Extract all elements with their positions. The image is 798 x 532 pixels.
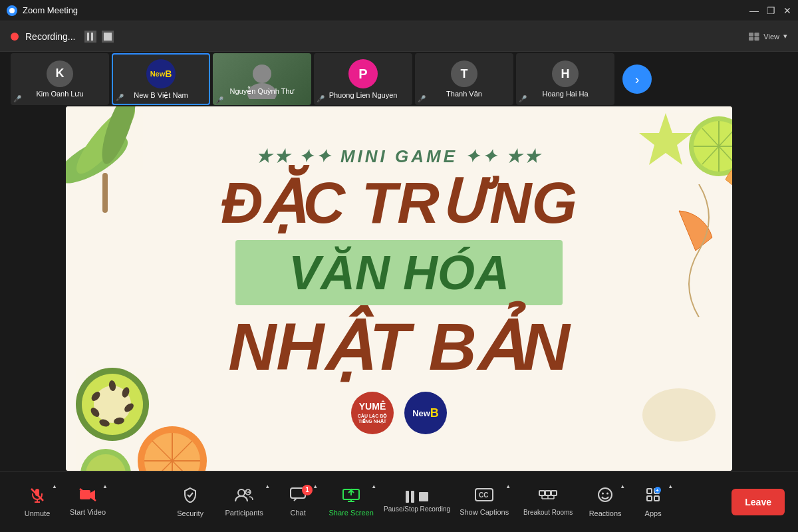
avatar: T (451, 61, 477, 87)
maximize-button[interactable]: ❐ (767, 5, 775, 16)
recording-text: Recording... (25, 31, 75, 42)
reactions-label: Reactions (589, 509, 622, 517)
apps-label: Apps (645, 509, 662, 517)
svg-rect-7 (755, 37, 759, 41)
chat-caret[interactable]: ▲ (313, 483, 318, 489)
minimize-button[interactable]: — (749, 5, 759, 16)
svg-rect-6 (749, 37, 753, 41)
svg-rect-1 (87, 33, 89, 41)
slide-text-content: ✦✦ MINI GAME ✦✦ ĐẶC TRƯNG VĂN HÓA NHẬT B… (66, 106, 732, 471)
mini-game-label: ✦✦ MINI GAME ✦✦ (249, 146, 549, 167)
toolbar-left: ▲ Unmute ▲ Sta (13, 478, 112, 526)
share-screen-icon (342, 487, 360, 506)
pause-recording-button[interactable] (84, 31, 96, 43)
share-screen-label: Share Screen (329, 509, 374, 517)
participants-label: Participants (225, 509, 263, 517)
unmute-caret[interactable]: ▲ (52, 483, 57, 489)
captions-icon: CC (475, 488, 493, 505)
video-icon (79, 488, 96, 505)
svg-point-46 (238, 489, 245, 496)
apps-caret[interactable]: ▲ (668, 483, 673, 489)
svg-rect-5 (755, 33, 759, 37)
svg-point-0 (9, 8, 15, 13)
start-video-button[interactable]: ▲ Start Video (64, 478, 112, 526)
svg-rect-56 (545, 491, 551, 495)
mic-muted-icon: 🎤 (519, 95, 527, 102)
participant-quynh-thu[interactable]: Nguyễn Quỳnh Thư 🎤 (213, 53, 311, 105)
newb-text: New (412, 408, 430, 418)
security-icon (183, 487, 198, 507)
svg-text:CC: CC (479, 491, 488, 499)
apps-button[interactable]: ▲ + Apps (629, 478, 677, 526)
breakout-rooms-button[interactable]: Breakout Rooms (515, 478, 581, 526)
slide-inner: ✦✦ MINI GAME ✦✦ ĐẶC TRƯNG VĂN HÓA NHẬT B… (66, 106, 732, 471)
participants-caret[interactable]: ▲ (265, 483, 270, 489)
mic-muted-icon: 🎤 (13, 95, 21, 102)
slide-line1: ĐẶC TRƯNG (221, 174, 577, 232)
pause-stop-label: Pause/Stop Recording (384, 505, 450, 513)
security-label: Security (177, 509, 203, 517)
recording-controls[interactable] (84, 31, 114, 43)
view-button[interactable]: View ▾ (749, 32, 787, 41)
reactions-icon (597, 487, 613, 507)
participants-button[interactable]: ▲ 34 Participants (214, 478, 274, 526)
captions-caret[interactable]: ▲ (505, 483, 511, 489)
avatar: H (552, 61, 579, 87)
svg-point-8 (253, 65, 271, 83)
unmute-label: Unmute (25, 509, 51, 517)
reactions-caret[interactable]: ▲ (620, 483, 625, 489)
svg-rect-4 (749, 33, 753, 37)
stop-recording-button[interactable] (102, 31, 114, 43)
participant-phuong-lien[interactable]: P Phuong Lien Nguyen 🎤 (314, 53, 412, 105)
reactions-button[interactable]: ▲ Reactions (581, 478, 629, 526)
unmute-button[interactable]: ▲ Unmute (13, 478, 61, 526)
slide-line3: NHẬT BẢN (228, 313, 570, 380)
participant-hoang-hai-ha[interactable]: H Hoang Hai Ha 🎤 (516, 53, 614, 105)
participant-kim-oanh-luu[interactable]: K Kim Oanh Lưu 🎤 (11, 53, 109, 105)
svg-rect-57 (551, 491, 557, 495)
participant-name: Phuong Lien Nguyen (329, 91, 398, 99)
svg-rect-67 (647, 496, 652, 501)
svg-point-64 (606, 492, 608, 494)
participant-thanh-van[interactable]: T Thanh Vân 🎤 (415, 53, 513, 105)
share-screen-caret[interactable]: ▲ (371, 483, 376, 489)
breakout-rooms-icon (539, 487, 557, 506)
mic-muted-icon: 🎤 (215, 96, 223, 104)
participant-name: Hoang Hai Ha (542, 90, 588, 98)
security-button[interactable]: Security (166, 478, 214, 526)
close-button[interactable]: ✕ (783, 5, 791, 16)
leave-button[interactable]: Leave (732, 489, 785, 515)
title-bar-left: Zoom Meeting (7, 5, 78, 16)
start-video-label: Start Video (70, 508, 106, 516)
breakout-rooms-label: Breakout Rooms (523, 509, 573, 516)
newb-b: B (430, 406, 439, 420)
show-captions-button[interactable]: ▲ CC Show Captions (454, 478, 515, 526)
participant-name: Thanh Vân (446, 90, 482, 98)
view-chevron-icon: ▾ (783, 32, 787, 41)
avatar: K (47, 61, 73, 87)
svg-rect-55 (539, 491, 545, 495)
svg-point-63 (602, 492, 604, 494)
participant-name: Kim Oanh Lưu (36, 90, 83, 98)
participants-icon: 34 (235, 487, 253, 506)
avatar: New B (146, 59, 176, 88)
more-participants-button[interactable]: › (622, 65, 652, 94)
svg-text:34: 34 (245, 489, 251, 495)
share-screen-button[interactable]: ▲ Share Screen (322, 478, 380, 526)
svg-rect-2 (91, 33, 93, 41)
window-controls[interactable]: — ❐ ✕ (749, 5, 791, 16)
slide-line2-wrap: VĂN HÓA (235, 240, 563, 305)
avatar (213, 53, 311, 105)
mic-muted-icon: 🎤 (317, 95, 325, 102)
chat-badge: 1 (302, 485, 313, 495)
chat-button[interactable]: ▲ 1 Chat (274, 478, 322, 526)
video-caret[interactable]: ▲ (102, 483, 108, 489)
mic-muted-icon: 🎤 (116, 94, 124, 101)
slide-line2: VĂN HÓA (235, 240, 563, 305)
participant-newb[interactable]: New B New B Việt Nam 🎤 (112, 53, 210, 105)
pause-stop-recording-button[interactable]: Pause/Stop Recording (380, 478, 454, 526)
participant-name: Nguyễn Quỳnh Thư (213, 87, 311, 96)
participant-name: New B Việt Nam (134, 91, 188, 100)
window-title: Zoom Meeting (23, 5, 78, 15)
yume-text: YUMÊ (359, 401, 386, 412)
